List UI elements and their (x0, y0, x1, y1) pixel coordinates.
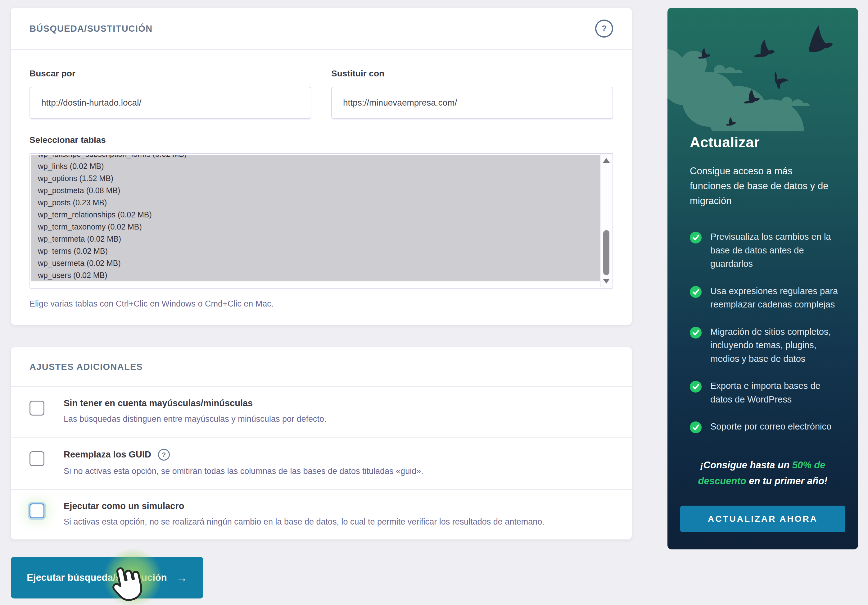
upgrade-panel: Actualizar Consigue acceso a más funcion… (668, 8, 858, 549)
search-for-input[interactable] (29, 87, 312, 119)
checkbox-case-insensitive[interactable] (29, 401, 44, 416)
run-button-label: Ejecutar búsqueda/sustitución (27, 572, 167, 583)
table-option[interactable]: wp_links (0.02 MB) (31, 160, 600, 172)
feature-text: Exporta e importa bases de datos de Word… (710, 379, 842, 406)
additional-settings-card: AJUSTES ADICIONALES Sin tener en cuenta … (11, 347, 632, 540)
option-label: Sin tener en cuenta mayúsculas/minúscula… (64, 398, 327, 408)
scrollbar-thumb[interactable] (603, 230, 609, 276)
clouds-shape (668, 49, 810, 131)
search-replace-card-header: BÚSQUEDA/SUSTITUCIÓN ? (11, 8, 632, 50)
select-tables-label: Seleccionar tablas (29, 135, 613, 145)
table-option[interactable]: wp_posts (0.23 MB) (31, 197, 600, 209)
scrollbar-down-arrow-icon[interactable] (603, 279, 610, 284)
check-circle-icon (690, 381, 702, 392)
help-icon[interactable]: ? (595, 20, 613, 37)
option-description: Las búsquedas distinguen entre mayúscula… (64, 413, 327, 425)
promo-text: ¡Consigue hasta un (700, 460, 792, 470)
table-option[interactable]: wp_term_taxonomy (0.02 MB) (31, 221, 600, 233)
option-label: Reemplaza los GUID ? (64, 449, 423, 461)
table-option[interactable]: wp_terms (0.02 MB) (31, 245, 600, 257)
table-option[interactable]: wp_options (1.52 MB) (31, 172, 600, 185)
tables-options-viewport: wp_fullstripe_subscription_forms (0.02 M… (31, 155, 600, 287)
tables-multiselect[interactable]: wp_fullstripe_subscription_forms (0.02 M… (29, 153, 613, 289)
table-option[interactable]: wp_term_relationships (0.02 MB) (31, 209, 600, 221)
scrollbar-up-arrow-icon[interactable] (603, 158, 610, 163)
additional-settings-title: AJUSTES ADICIONALES (29, 362, 143, 372)
checkbox-dry-run[interactable] (29, 503, 44, 518)
feature-item: Previsualiza los cambios en la base de d… (690, 230, 842, 271)
check-circle-icon (690, 232, 702, 244)
search-for-field: Buscar por (29, 69, 312, 119)
additional-settings-header: AJUSTES ADICIONALES (11, 347, 632, 387)
replace-with-input[interactable] (331, 87, 613, 119)
guid-help-icon[interactable]: ? (158, 449, 170, 461)
question-glyph: ? (601, 23, 607, 34)
feature-item: Soporte por correo electrónico (690, 420, 842, 434)
scrollbar[interactable] (600, 154, 612, 287)
table-option[interactable]: wp_fullstripe_subscription_forms (0.02 M… (31, 155, 600, 160)
main-column: BÚSQUEDA/SUSTITUCIÓN ? Buscar por Sustit… (11, 8, 632, 599)
search-replace-card: BÚSQUEDA/SUSTITUCIÓN ? Buscar por Sustit… (11, 8, 632, 325)
page: BÚSQUEDA/SUSTITUCIÓN ? Buscar por Sustit… (0, 0, 868, 605)
option-label: Ejecutar como un simulacro (64, 501, 544, 511)
feature-text: Soporte por correo electrónico (710, 420, 831, 434)
feature-item: Migración de sitios completos, incluyend… (690, 325, 842, 366)
upgrade-title: Actualizar (690, 134, 836, 150)
option-row-dry-run: Ejecutar como un simulacro Si activas es… (11, 489, 632, 540)
feature-text: Previsualiza los cambios en la base de d… (710, 230, 842, 271)
option-text: Reemplaza los GUID ? Si no activas esta … (64, 449, 423, 477)
tables-hint: Elige varias tablas con Ctrl+Clic en Win… (29, 299, 613, 309)
option-description: Si no activas esta opción, se omitirán t… (64, 465, 423, 477)
run-search-replace-button[interactable]: Ejecutar búsqueda/sustitución → (11, 557, 203, 599)
search-replace-card-body: Buscar por Sustituir con Seleccionar tab… (11, 50, 632, 325)
check-circle-icon (690, 422, 702, 433)
feature-item: Usa expresiones regulares para reemplaza… (690, 284, 842, 312)
option-text: Sin tener en cuenta mayúsculas/minúscula… (64, 398, 327, 425)
table-option[interactable]: wp_usermeta (0.02 MB) (31, 257, 600, 269)
option-text: Ejecutar como un simulacro Si activas es… (64, 501, 544, 528)
search-replace-title: BÚSQUEDA/SUSTITUCIÓN (29, 23, 153, 34)
check-circle-icon (690, 286, 702, 298)
check-circle-icon (690, 327, 702, 338)
feature-item: Exporta e importa bases de datos de Word… (690, 379, 842, 406)
arrow-right-icon: → (176, 571, 188, 585)
flying-birds-illustration (668, 8, 858, 131)
upgrade-now-button[interactable]: ACTUALIZAR AHORA (680, 506, 845, 532)
search-for-label: Buscar por (29, 69, 312, 79)
tables-options-list: wp_fullstripe_subscription_forms (0.02 M… (31, 155, 600, 281)
feature-list: Previsualiza los cambios en la base de d… (668, 230, 858, 434)
upgrade-subtitle: Consigue acceso a más funciones de base … (690, 164, 836, 208)
option-label-text: Reemplaza los GUID (64, 450, 151, 460)
option-row-replace-guids: Reemplaza los GUID ? Si no activas esta … (11, 437, 632, 489)
discount-promo: ¡Consigue hasta un 50% de descuento en t… (679, 457, 847, 489)
question-glyph: ? (162, 451, 166, 458)
option-row-case-insensitive: Sin tener en cuenta mayúsculas/minúscula… (11, 387, 632, 437)
checkbox-replace-guids[interactable] (29, 451, 44, 466)
replace-with-field: Sustituir con (331, 69, 613, 119)
table-option[interactable]: wp_postmeta (0.08 MB) (31, 185, 600, 197)
table-option[interactable]: wp_termmeta (0.02 MB) (31, 233, 600, 245)
search-replace-form-row: Buscar por Sustituir con (29, 69, 613, 119)
feature-text: Migración de sitios completos, incluyend… (710, 325, 842, 366)
replace-with-label: Sustituir con (331, 69, 613, 79)
option-description: Si activas esta opción, no se realizará … (64, 516, 544, 528)
table-option[interactable]: wp_users (0.02 MB) (31, 269, 600, 281)
promo-text: en tu primer año! (746, 475, 828, 486)
feature-text: Usa expresiones regulares para reemplaza… (710, 284, 842, 312)
